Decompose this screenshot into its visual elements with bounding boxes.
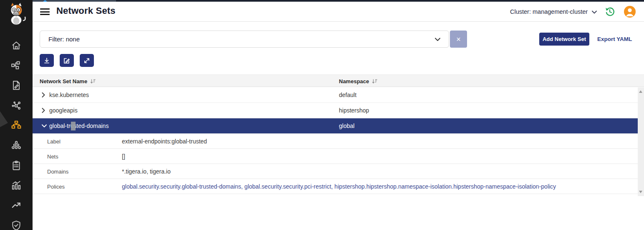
column-label: Namespace [339, 78, 369, 84]
sort-icon[interactable] [90, 79, 96, 84]
table-row-global-trusted-domains[interactable]: global-trusted-domains global [33, 118, 638, 134]
detail-row-domains: Domains *.tigera.io, tigera.io [33, 164, 638, 179]
table-header: Network Set Name Namespace [33, 74, 644, 87]
expand-icon [83, 57, 90, 64]
network-set-name: googleapis [49, 107, 78, 114]
close-icon: × [456, 36, 461, 43]
detail-label: Domains [47, 168, 68, 174]
cluster-selector-label: Cluster: management-cluster [510, 8, 588, 15]
statistics-icon[interactable] [10, 179, 22, 191]
user-avatar[interactable] [624, 6, 636, 18]
download-icon [43, 57, 50, 64]
clusters-icon[interactable] [10, 140, 22, 151]
add-network-set-button[interactable]: Add Network Set [539, 33, 589, 46]
scroll-down-icon[interactable] [639, 191, 642, 193]
edit-button[interactable] [60, 54, 74, 67]
shield-icon[interactable] [10, 220, 22, 230]
network-sets-icon[interactable] [10, 120, 22, 131]
namespace-value: default [339, 92, 356, 98]
chevron-right-icon[interactable] [42, 92, 45, 97]
detail-label: Label [47, 138, 61, 144]
filter-select-value: Filter: none [48, 36, 80, 43]
nodes-icon[interactable] [10, 100, 22, 111]
calico-cat-logo [4, 1, 29, 26]
compliance-icon[interactable] [10, 160, 22, 171]
service-graph-icon[interactable] [10, 59, 22, 71]
network-sets-table: kse.kubernetes default googleapis hipste… [33, 87, 638, 194]
table-scrollbar[interactable] [638, 87, 644, 196]
table-row-kse-kubernetes[interactable]: kse.kubernetes default [33, 87, 638, 103]
detail-label: Polices [47, 183, 65, 189]
trends-icon[interactable] [10, 199, 22, 211]
expand-button[interactable] [80, 54, 94, 67]
detail-row-label: Label external-endpoints:global-trusted [33, 134, 638, 149]
sidebar [0, 0, 33, 230]
chevron-right-icon[interactable] [42, 108, 45, 113]
table-row-googleapis[interactable]: googleapis hipstershop [33, 103, 638, 118]
download-button[interactable] [40, 54, 54, 67]
detail-value-policies[interactable]: global.security.security.global-trusted-… [122, 183, 556, 190]
detail-row-nets: Nets [] [33, 149, 638, 164]
policies-icon[interactable] [10, 79, 22, 91]
sort-icon[interactable] [372, 79, 377, 84]
column-header-network-set-name[interactable]: Network Set Name [40, 75, 96, 87]
column-header-namespace[interactable]: Namespace [339, 75, 377, 87]
home-icon[interactable] [10, 40, 22, 51]
filter-select[interactable]: Filter: none [40, 31, 449, 48]
detail-value: *.tigera.io, tigera.io [122, 168, 171, 175]
network-sets-page: Network Sets Cluster: management-cluster… [0, 0, 644, 230]
cluster-selector[interactable]: Cluster: management-cluster [510, 2, 597, 22]
network-set-name: global-trusted-domains [49, 123, 109, 129]
detail-row-polices: Polices global.security.security.global-… [33, 179, 638, 194]
edit-icon [63, 57, 70, 64]
chevron-down-icon[interactable] [42, 124, 47, 128]
detail-value: external-endpoints:global-trusted [122, 138, 207, 145]
page-title: Network Sets [56, 5, 116, 16]
namespace-value: hipstershop [339, 107, 369, 114]
namespace-value: global [339, 123, 354, 129]
export-yaml-link[interactable]: Export YAML [597, 36, 632, 42]
clear-filter-button[interactable]: × [450, 31, 467, 48]
detail-value: [] [122, 153, 125, 160]
column-label: Network Set Name [40, 78, 87, 84]
detail-label: Nets [47, 153, 58, 159]
history-icon[interactable] [604, 6, 616, 18]
chevron-down-icon [592, 8, 597, 15]
page-header: Network Sets Cluster: management-cluster [33, 2, 644, 22]
mouse-cursor-arrow [0, 111, 8, 127]
scroll-up-icon[interactable] [639, 90, 642, 93]
text-cursor-artifact [71, 122, 76, 130]
chevron-down-icon [435, 36, 440, 43]
menu-toggle-icon[interactable] [40, 8, 50, 15]
network-set-name: kse.kubernetes [49, 92, 89, 98]
